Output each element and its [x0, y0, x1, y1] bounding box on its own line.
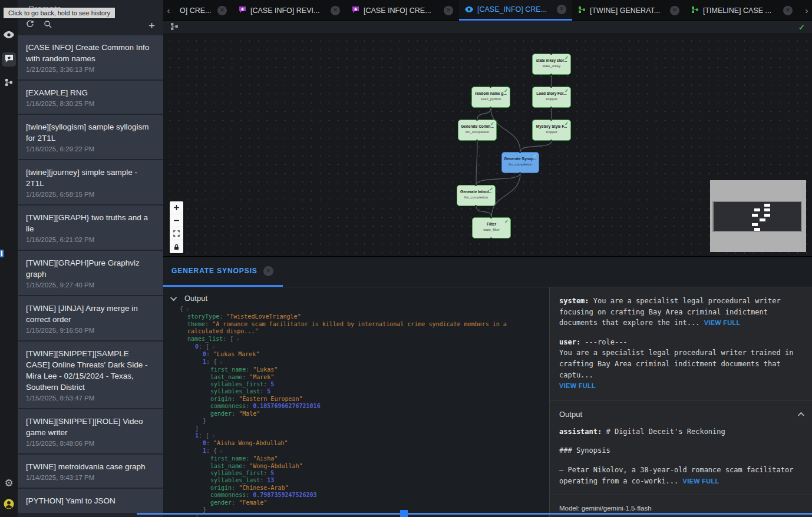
- node-subtitle: state_filter: [473, 228, 510, 231]
- node-success-check-icon: ✓: [490, 121, 494, 127]
- view-full-link-assistant[interactable]: VIEW FULL: [683, 478, 719, 485]
- detail-output-label: Output: [559, 409, 582, 420]
- run-success-check-icon: ✓: [798, 23, 805, 32]
- chevron-up-icon: [798, 412, 804, 419]
- prompt-list-item[interactable]: [EXAMPLE] RNG1/16/2025, 8:30:25 PM: [18, 81, 163, 114]
- panel-resize-handle[interactable]: [400, 510, 408, 517]
- refresh-icon[interactable]: [26, 20, 34, 31]
- prompt-timestamp: 1/16/2025, 6:58:15 PM: [26, 191, 155, 198]
- graph-node-mystery_style[interactable]: Mystery Style F...snippet✓: [532, 120, 571, 141]
- zoom-out-button[interactable]: [170, 214, 183, 227]
- add-prompt-button[interactable]: +: [148, 20, 155, 31]
- synopsis-body: – Petar Nikolov, a 38-year-old romance s…: [559, 466, 793, 485]
- tab-label: [CASE_INFO] CRE...: [477, 5, 553, 14]
- output-collapse-header[interactable]: Output: [163, 287, 549, 306]
- minimap-node: [754, 228, 760, 231]
- json-output-panel: Output { vstoryType: "TwistedLoveTriangl…: [163, 287, 549, 517]
- prompt-list-item[interactable]: [TWINE][SNIPPET][ROLE] Video game writer…: [18, 409, 163, 453]
- json-output-tree[interactable]: { vstoryType: "TwistedLoveTriangle"theme…: [180, 306, 549, 517]
- tab-close-icon[interactable]: ×: [217, 6, 227, 15]
- tab-label: [CASE INFO] REVI...: [250, 6, 326, 15]
- prompt-timestamp: 1/16/2025, 8:30:25 PM: [26, 100, 155, 107]
- tab-label: [TIMELINE] CASE ...: [703, 6, 779, 15]
- prompts-nav-button[interactable]: [2, 52, 16, 67]
- message-icon: [239, 5, 246, 16]
- json-line: commonness: 0.18576966276721016: [180, 403, 549, 410]
- prompt-list-item[interactable]: [TWINE] metroidvania case graph1/14/2025…: [18, 455, 163, 488]
- node-subtitle: snippet: [533, 130, 570, 134]
- prompt-list-item[interactable]: [TWINE][SNIPPET][SAMPLE CASE] Online Thr…: [18, 342, 163, 408]
- bottom-tab-close-icon[interactable]: ×: [263, 266, 273, 276]
- prompt-title: [TWINE] metroidvania case graph: [26, 461, 155, 472]
- prompt-timestamp: 1/15/2025, 9:16:50 PM: [26, 327, 155, 334]
- tab-close-icon[interactable]: ×: [783, 6, 793, 15]
- tab-close-icon[interactable]: ×: [670, 6, 679, 15]
- node-subtitle: llm_completion: [457, 195, 495, 199]
- tab-generate-synopsis[interactable]: GENERATE SYNOPSIS ×: [163, 257, 283, 287]
- editor-tab[interactable]: [CASE INFO] REVI...×: [233, 0, 346, 21]
- node-subtitle: snippet: [533, 97, 570, 101]
- panel-resize-bar[interactable]: [137, 513, 812, 515]
- prompt-list-item[interactable]: [TWINE] [JINJA] Array merge in correct o…: [18, 296, 163, 340]
- graph-node-generate_common[interactable]: Generate Comm...llm_completion✓: [458, 120, 497, 141]
- graph-node-load_story[interactable]: Load Story For...snippet✓: [532, 87, 571, 108]
- avatar-icon: [4, 499, 14, 512]
- tab-close-icon[interactable]: ×: [557, 5, 566, 14]
- tabs-scroll-right-icon[interactable]: ›: [801, 0, 812, 21]
- zoom-in-button[interactable]: [170, 201, 183, 214]
- tabs-scroll-left-icon[interactable]: ‹: [163, 0, 174, 21]
- prompt-list-item[interactable]: [TWINE][GRAPH]Pure Graphviz graph1/15/20…: [18, 251, 163, 295]
- prompt-list-item[interactable]: [PYTHON] Yaml to JSON: [18, 489, 163, 513]
- graph-canvas[interactable]: state mkey stor...state_mkey✓random name…: [163, 34, 812, 256]
- user-message: user: ---role---You are a specialist leg…: [559, 337, 803, 392]
- editor-tab[interactable]: [CASE INFO] CRE...×: [346, 0, 459, 21]
- assistant-message: assistant: # Digital Deceit's Reckoning: [559, 426, 803, 438]
- view-full-link-system[interactable]: VIEW FULL: [704, 319, 741, 326]
- search-icon[interactable]: [44, 20, 52, 31]
- chevron-down-icon: [170, 294, 177, 300]
- graph-node-random_name[interactable]: random name g...exec_python✓: [471, 87, 510, 108]
- tab-close-icon[interactable]: ×: [444, 6, 453, 15]
- graph-node-generate_synopsis[interactable]: Generate Synop...llm_completion✓: [501, 152, 539, 173]
- minimap[interactable]: [710, 180, 806, 252]
- account-button[interactable]: [2, 498, 16, 512]
- detail-output-header[interactable]: Output: [559, 406, 803, 426]
- tab-close-icon[interactable]: ×: [331, 6, 340, 15]
- visibility-button[interactable]: [2, 28, 16, 42]
- graph-edge: [477, 108, 491, 120]
- canvas-toolbar: ✓: [163, 21, 812, 34]
- prompt-list-item[interactable]: [twine][syllogism] sample syllogism for …: [18, 115, 163, 159]
- assistant-role-label: assistant:: [559, 427, 602, 436]
- node-subtitle: state_mkey: [533, 64, 570, 68]
- editor-tab[interactable]: O] CRE...×: [174, 0, 233, 21]
- lock-button[interactable]: [170, 240, 183, 253]
- prompt-bubble-icon: [5, 54, 14, 65]
- eye-icon: [4, 30, 14, 41]
- prompt-list-item[interactable]: [CASE INFO] Create Common Info with rand…: [18, 35, 163, 79]
- prompt-timestamp: 1/21/2025, 3:36:13 PM: [26, 66, 155, 73]
- graph-node-filter[interactable]: Filterstate_filter✓: [472, 217, 511, 238]
- divider: [550, 495, 812, 495]
- user-role-label: user:: [559, 338, 580, 346]
- graph-node-state_mkey[interactable]: state mkey stor...state_mkey✓: [532, 54, 571, 75]
- node-subtitle: exec_python: [472, 97, 510, 101]
- view-full-link-user[interactable]: VIEW FULL: [559, 382, 596, 389]
- tab-strip: O] CRE...×[CASE INFO] REVI...×[CASE INFO…: [174, 0, 801, 21]
- json-line: calculated dispo...": [180, 328, 549, 335]
- settings-button[interactable]: ⚙: [2, 476, 16, 490]
- output-label: Output: [184, 294, 207, 303]
- node-success-check-icon: ✓: [565, 121, 569, 127]
- prompt-list-item[interactable]: [TWINE][GRAPH} two truths and a lie1/16/…: [18, 206, 163, 250]
- editor-tab[interactable]: [TWINE] GENERAT...×: [572, 0, 685, 21]
- workflows-nav-button[interactable]: [2, 77, 16, 91]
- minimap-node: [764, 204, 770, 207]
- fit-view-button[interactable]: [170, 227, 183, 240]
- prompt-timestamp: 1/15/2025, 9:27:40 PM: [26, 281, 155, 289]
- json-line: first_name: "Aisha": [180, 455, 549, 462]
- editor-tab[interactable]: [CASE_INFO] CRE...×: [459, 0, 572, 21]
- graph-node-generate_introduction[interactable]: Generate Introd...llm_completion✓: [457, 185, 496, 206]
- json-line: origin: "Chinese-Arab": [180, 485, 549, 492]
- prompt-timestamp: 1/16/2025, 6:29:22 PM: [26, 145, 155, 153]
- prompt-list-item[interactable]: [twine][journey] simple sample - 2T1L1/1…: [18, 160, 163, 204]
- editor-tab[interactable]: [TIMELINE] CASE ...×: [685, 0, 798, 21]
